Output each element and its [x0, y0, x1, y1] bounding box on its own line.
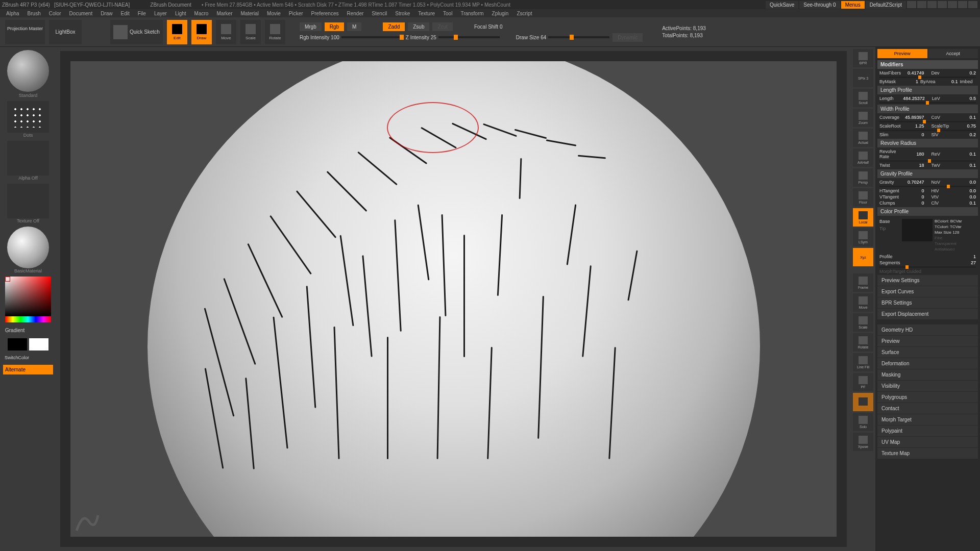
primary-color-swatch[interactable] — [29, 338, 48, 350]
m-button[interactable]: M — [347, 22, 361, 31]
segments-value[interactable]: 27 — [955, 260, 976, 265]
brush-thumbnail[interactable] — [7, 50, 49, 92]
dock-icon[interactable] — [917, 1, 926, 8]
spix-button[interactable]: SPix 3 — [853, 69, 873, 87]
mrgb-button[interactable]: Mrgb — [300, 22, 322, 31]
seethrough-control[interactable]: See-through 0 — [799, 1, 840, 9]
revolve-radius-header[interactable]: Revolve Radius — [877, 139, 978, 147]
modifiers-header[interactable]: Modifiers — [877, 60, 978, 69]
edit-button[interactable]: Edit — [167, 20, 187, 44]
actual-button[interactable]: Actual — [853, 129, 873, 147]
coverage-value[interactable]: 45.89397 — [904, 115, 924, 120]
menu-light[interactable]: Light — [171, 11, 190, 16]
gravity-profile-header[interactable]: Gravity Profile — [877, 169, 978, 178]
menu-zplugin[interactable]: Zplugin — [488, 11, 513, 16]
menu-document[interactable]: Document — [65, 11, 97, 16]
menu-edit[interactable]: Edit — [117, 11, 134, 16]
bpr-settings-section[interactable]: BPR Settings — [877, 297, 978, 308]
menu-zscript[interactable]: Zscript — [512, 11, 536, 16]
menu-movie[interactable]: Movie — [263, 11, 285, 16]
close-icon[interactable] — [968, 1, 977, 8]
masking-section[interactable]: Masking — [877, 369, 978, 380]
switch-color-button[interactable]: SwitchColor — [3, 354, 53, 362]
accept-button[interactable]: Accept — [928, 49, 978, 58]
material-thumbnail[interactable] — [7, 227, 49, 268]
menu-color[interactable]: Color — [45, 11, 65, 16]
menu-marker[interactable]: Marker — [212, 11, 236, 16]
revolve-slider[interactable] — [879, 160, 976, 162]
uv-map-section[interactable]: UV Map — [877, 437, 978, 447]
gravity-value[interactable]: 0.70247 — [904, 180, 924, 185]
zoom-button[interactable]: Zoom — [853, 109, 873, 127]
dev-value[interactable]: 0.2 — [955, 70, 976, 76]
solo-button[interactable]: Solo — [853, 413, 873, 431]
rgb-button[interactable]: Rgb — [325, 22, 344, 31]
quicksave-button[interactable]: QuickSave — [766, 1, 798, 9]
default-zscript[interactable]: DefaultZScript — [866, 1, 906, 9]
linefill-button[interactable]: Line Fill — [853, 353, 873, 371]
color-picker[interactable] — [5, 277, 51, 322]
menu-layer[interactable]: Layer — [150, 11, 171, 16]
move-button[interactable]: Move — [216, 20, 236, 44]
menus-button[interactable]: Menus — [841, 1, 865, 9]
menu-render[interactable]: Render — [343, 11, 368, 16]
xyz-button[interactable]: Xyz — [853, 248, 873, 266]
draw-size-slider[interactable]: Draw Size 64 — [516, 35, 609, 40]
gradient-toggle[interactable]: Gradient — [3, 325, 53, 335]
dock-icon[interactable] — [907, 1, 916, 8]
segments-slider[interactable] — [879, 266, 976, 268]
pf-button[interactable]: PF — [853, 373, 873, 391]
dynamic-button[interactable] — [853, 393, 873, 411]
lightbox-button[interactable]: LightBox — [49, 20, 82, 44]
deformation-section[interactable]: Deformation — [877, 358, 978, 369]
qmove-button[interactable]: Move — [853, 293, 873, 312]
menu-stroke[interactable]: Stroke — [391, 11, 414, 16]
lsym-button[interactable]: LSym — [853, 228, 873, 246]
gravity-slider[interactable] — [879, 186, 976, 187]
length-profile-header[interactable]: Length Profile — [877, 86, 978, 94]
preview-section[interactable]: Preview — [877, 336, 978, 346]
menu-macro[interactable]: Macro — [190, 11, 213, 16]
color-gradient-box[interactable] — [902, 219, 933, 241]
menu-draw[interactable]: Draw — [96, 11, 116, 16]
local-button[interactable]: Local — [853, 208, 873, 227]
alpha-thumbnail[interactable] — [7, 141, 49, 176]
maximize-icon[interactable] — [958, 1, 967, 8]
menu-tool[interactable]: Tool — [439, 11, 456, 16]
color-profile-header[interactable]: Color Profile — [877, 207, 978, 216]
frame-button[interactable]: Frame — [853, 273, 873, 292]
length-value[interactable]: 484.25372 — [903, 96, 925, 101]
geometry-hd-section[interactable]: Geometry HD — [877, 324, 978, 335]
texture-thumbnail[interactable] — [7, 184, 49, 218]
menu-material[interactable]: Material — [237, 11, 263, 16]
menu-brush[interactable]: Brush — [23, 11, 45, 16]
export-displacement-section[interactable]: Export Displacement — [877, 309, 978, 319]
maxfibers-slider[interactable] — [879, 77, 976, 78]
scale-slider[interactable] — [879, 130, 976, 131]
viewport-canvas[interactable] — [70, 61, 837, 537]
draw-button[interactable]: Draw — [191, 20, 212, 44]
xpose-button[interactable]: Xpose — [853, 433, 873, 451]
texture-map-section[interactable]: Texture Map — [877, 448, 978, 459]
floor-button[interactable]: Floor — [853, 188, 873, 207]
preview-button[interactable]: Preview — [877, 49, 927, 58]
menu-picker[interactable]: Picker — [285, 11, 307, 16]
dynamic-toggle[interactable]: Dynamic — [612, 33, 643, 42]
qrotate-button[interactable]: Rotate — [853, 333, 873, 352]
projection-master-button[interactable]: Projection Master — [5, 20, 45, 44]
length-slider[interactable] — [879, 102, 976, 104]
profile-value[interactable]: 1 — [955, 254, 976, 259]
scale-button[interactable]: Scale — [240, 20, 261, 44]
surface-section[interactable]: Surface — [877, 347, 978, 358]
persp-button[interactable]: Persp — [853, 168, 873, 187]
morph-target-section[interactable]: Morph Target — [877, 414, 978, 425]
menu-texture[interactable]: Texture — [414, 11, 439, 16]
polypaint-section[interactable]: Polypaint — [877, 425, 978, 436]
z-intensity-slider[interactable]: Z Intensity 25 — [406, 35, 500, 40]
scroll-button[interactable]: Scroll — [853, 89, 873, 107]
menu-stencil[interactable]: Stencil — [368, 11, 391, 16]
zcut-button[interactable]: Zcut — [432, 22, 452, 31]
maxfibers-value[interactable]: 0.41749 — [904, 70, 924, 76]
qscale-button[interactable]: Scale — [853, 313, 873, 332]
zadd-button[interactable]: Zadd — [383, 22, 405, 31]
